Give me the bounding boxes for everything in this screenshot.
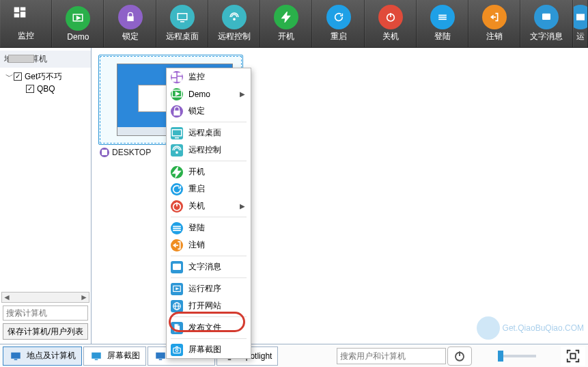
toolbar-remote-desktop[interactable]: 远程桌面: [156, 0, 208, 47]
restart-icon: [326, 5, 351, 29]
svg-rect-21: [172, 78, 177, 81]
svg-rect-31: [173, 230, 181, 231]
search-users-input[interactable]: [337, 348, 446, 364]
svg-rect-12: [438, 16, 447, 18]
lock-icon: [171, 105, 183, 118]
fit-view-button[interactable]: [561, 346, 585, 366]
svg-rect-18: [172, 72, 177, 77]
tree-label: Get巧不巧: [23, 71, 62, 83]
toolbar-label: 远程控制: [218, 31, 251, 42]
main-toolbar: 监控Demo锁定远程桌面远程控制开机重启关机登陆注销文字消息运: [0, 0, 588, 48]
remote-control-icon: [222, 5, 247, 29]
tab-locations[interactable]: 地点及计算机: [3, 346, 82, 366]
svg-rect-39: [173, 348, 181, 353]
svg-rect-3: [14, 14, 20, 18]
menu-label: 关机: [188, 200, 240, 212]
menu-restart[interactable]: 重启: [167, 180, 251, 198]
menu-shutdown[interactable]: 关机▶: [167, 198, 251, 215]
checkbox[interactable]: [14, 72, 22, 81]
toolbar-lock[interactable]: 锁定: [104, 0, 156, 47]
menu-login[interactable]: 登陆: [167, 219, 251, 236]
logout-icon: [171, 239, 183, 252]
menu-label: 文字消息: [188, 261, 245, 273]
svg-rect-48: [227, 359, 231, 360]
power-button[interactable]: [447, 346, 472, 366]
save-list-button[interactable]: 保存计算机/用户列表: [3, 323, 88, 340]
svg-rect-11: [438, 15, 447, 16]
separator: [171, 338, 247, 339]
menu-power-on[interactable]: 开机: [167, 163, 251, 180]
menu-text-msg[interactable]: 文字消息: [167, 258, 251, 275]
svg-rect-24: [172, 129, 182, 135]
toolbar-shutdown[interactable]: 关机: [365, 0, 417, 47]
main-area: 地点/计算机 ﹀Get巧不巧QBQ ◄ ► 保存计算机/用户列表: [0, 48, 588, 344]
search-computer-input[interactable]: [3, 305, 88, 321]
svg-rect-15: [542, 14, 550, 20]
toolbar-remote-control[interactable]: 远程控制: [208, 0, 260, 47]
toolbar-monitor[interactable]: 监控: [0, 0, 52, 47]
tab-label: 地点及计算机: [27, 350, 76, 362]
menu-lock[interactable]: 锁定: [167, 103, 251, 120]
scroll-left-icon[interactable]: ◄: [2, 293, 12, 302]
separator: [171, 277, 247, 278]
h-scrollbar[interactable]: ◄ ►: [1, 292, 89, 303]
menu-open-site[interactable]: 打开网站: [167, 297, 251, 314]
separator: [171, 256, 247, 256]
watermark: Get.QiaoBuQiao.COM: [477, 316, 584, 340]
toolbar-label: 重启: [331, 31, 347, 42]
scroll-right-icon[interactable]: ►: [79, 293, 89, 302]
tab-screenshots[interactable]: 屏幕截图: [83, 346, 146, 366]
text-msg-icon: [171, 261, 183, 273]
menu-logout[interactable]: 注销: [167, 236, 251, 254]
checkbox[interactable]: [26, 85, 34, 93]
separator: [171, 161, 247, 161]
toolbar-logout[interactable]: 注销: [468, 0, 520, 47]
toolbar-text-msg[interactable]: 文字消息: [520, 0, 572, 47]
svg-point-8: [234, 18, 235, 20]
toolbar-login[interactable]: 登陆: [417, 0, 468, 47]
menu-label: 运行程序: [188, 283, 245, 295]
shutdown-icon: [378, 5, 403, 29]
menu-label: 锁定: [188, 105, 245, 117]
shutdown-icon: [171, 200, 183, 213]
tree-node[interactable]: QBQ: [3, 83, 88, 95]
svg-rect-29: [173, 226, 181, 227]
remote-desktop-icon: [171, 127, 183, 139]
toolbar-label: 监控: [18, 30, 34, 42]
toolbar-label: 注销: [486, 31, 503, 42]
toolbar-label: 文字消息: [530, 31, 563, 42]
toolbar-label: 关机: [382, 31, 399, 42]
zoom-slider[interactable]: [495, 346, 544, 366]
menu-remote-desktop[interactable]: 远程桌面: [167, 124, 251, 141]
toolbar-power-on[interactable]: 开机: [260, 0, 312, 47]
svg-rect-51: [570, 353, 575, 358]
svg-rect-0: [14, 8, 20, 13]
toolbar-run[interactable]: 运: [573, 0, 588, 47]
menu-screenshot[interactable]: 屏幕截图: [167, 341, 251, 358]
menu-monitor[interactable]: 监控: [167, 68, 251, 85]
run-icon: [573, 5, 588, 29]
menu-run-prog[interactable]: 运行程序: [167, 280, 251, 297]
toolbar-demo[interactable]: Demo: [52, 0, 104, 47]
menu-demo[interactable]: Demo▶: [167, 85, 251, 103]
open-site-icon: [171, 300, 183, 312]
menu-publish-file[interactable]: 发布文件: [167, 319, 251, 336]
menu-label: 监控: [188, 71, 245, 83]
login-icon: [171, 222, 183, 234]
demo-icon: [171, 88, 183, 100]
svg-rect-46: [159, 359, 163, 360]
left-panel: 地点/计算机 ﹀Get巧不巧QBQ ◄ ► 保存计算机/用户列表: [0, 48, 92, 344]
svg-point-26: [176, 151, 178, 152]
screenshots-icon: [89, 350, 103, 362]
tree-node[interactable]: ﹀Get巧不巧: [3, 70, 88, 83]
toolbar-restart[interactable]: 重启: [312, 0, 364, 47]
separator: [171, 316, 247, 317]
tree: ﹀Get巧不巧QBQ: [0, 68, 91, 98]
bottom-bar: 地点及计算机屏幕截图SlideshowSpotlight: [0, 344, 588, 367]
menu-remote-control[interactable]: 远程控制: [167, 141, 251, 159]
monitor-icon: [171, 71, 183, 83]
chevron-down-icon[interactable]: ﹀: [5, 71, 12, 83]
scroll-thumb[interactable]: [8, 55, 34, 63]
svg-marker-5: [77, 16, 81, 20]
svg-rect-45: [156, 352, 165, 358]
